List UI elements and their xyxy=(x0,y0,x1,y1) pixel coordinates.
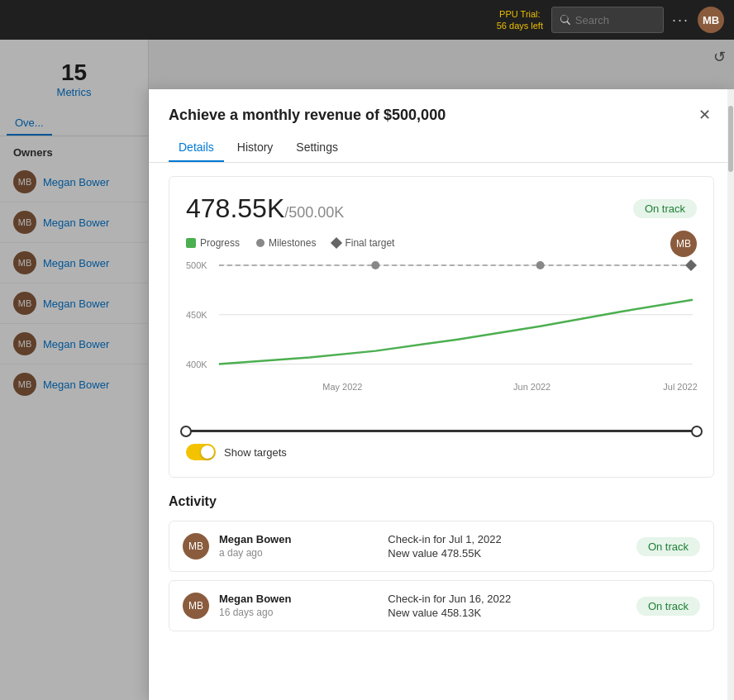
svg-text:Jun 2022: Jun 2022 xyxy=(513,382,550,392)
chart-legend: Progress Milestones Final target xyxy=(186,237,697,249)
activity-name-2: Megan Bowen xyxy=(219,593,378,605)
final-target-icon xyxy=(331,237,342,249)
legend-final-target: Final target xyxy=(332,237,394,249)
activity-details-2: Check-in for Jun 16, 2022 New value 458.… xyxy=(388,593,627,619)
activity-item-1: MB Megan Bowen a day ago Check-in for Ju… xyxy=(169,521,714,572)
topbar: PPU Trial: 56 days left ··· MB xyxy=(0,0,734,40)
activity-time-2: 16 days ago xyxy=(219,607,378,618)
activity-title: Activity xyxy=(169,494,714,509)
target-value: /500.00K xyxy=(284,204,344,221)
svg-point-8 xyxy=(536,261,545,269)
main-value: 478.55K/500.00K xyxy=(186,193,344,223)
activity-item-2: MB Megan Bowen 16 days ago Check-in for … xyxy=(169,580,714,631)
current-value: 478.55K xyxy=(186,193,284,223)
activity-name-1: Megan Bowen xyxy=(219,533,378,545)
show-targets-toggle[interactable] xyxy=(186,444,216,460)
modal-title: Achieve a monthly revenue of $500,000 xyxy=(169,107,446,124)
main-area: 15 Metrics Ove... Owners MB Megan Bower … xyxy=(0,40,734,700)
activity-details-1: Check-in for Jul 1, 2022 New value 478.5… xyxy=(388,533,627,560)
modal-header: Achieve a monthly revenue of $500,000 ✕ xyxy=(149,89,734,127)
activity-checkin-2: Check-in for Jun 16, 2022 xyxy=(388,593,627,605)
svg-text:May 2022: May 2022 xyxy=(322,382,362,392)
range-track xyxy=(186,430,697,432)
modal-body: 478.55K/500.00K On track MB Progress xyxy=(149,163,734,700)
range-thumb-left[interactable] xyxy=(180,426,192,437)
activity-checkin-1: Check-in for Jul 1, 2022 xyxy=(388,533,627,545)
activity-newvalue-2: New value 458.13K xyxy=(388,607,627,619)
activity-section: Activity MB Megan Bowen a day ago Check-… xyxy=(169,494,714,631)
chart-owner-avatar: MB xyxy=(670,231,697,257)
activity-avatar-2: MB xyxy=(183,593,209,619)
svg-text:Jul 2022: Jul 2022 xyxy=(663,382,697,392)
milestones-icon xyxy=(256,239,265,247)
activity-badge-1: On track xyxy=(636,537,700,556)
tab-details[interactable]: Details xyxy=(169,134,224,162)
chart-card: 478.55K/500.00K On track MB Progress xyxy=(169,176,714,478)
show-targets-label: Show targets xyxy=(224,446,287,459)
toggle-knob xyxy=(201,445,214,459)
legend-progress: Progress xyxy=(186,237,240,249)
svg-rect-9 xyxy=(685,260,697,271)
chart-svg: 500K 450K 400K xyxy=(186,259,697,423)
activity-info-2: Megan Bowen 16 days ago xyxy=(219,593,378,618)
scroll-indicator[interactable] xyxy=(727,89,734,700)
current-value-display: 478.55K/500.00K xyxy=(186,193,344,224)
modal-tabs: Details History Settings xyxy=(149,134,734,163)
ppu-trial-label: PPU Trial: xyxy=(497,8,543,20)
legend-milestones: Milestones xyxy=(256,237,316,249)
svg-text:400K: 400K xyxy=(186,360,207,369)
ppu-trial-days: 56 days left xyxy=(497,20,543,31)
on-track-badge-chart: On track xyxy=(633,199,697,218)
tab-settings[interactable]: Settings xyxy=(286,134,348,162)
tab-history[interactable]: History xyxy=(227,134,284,162)
value-display: 478.55K/500.00K On track xyxy=(186,193,697,224)
legend-final-target-label: Final target xyxy=(345,237,394,249)
svg-text:500K: 500K xyxy=(186,260,207,270)
chart-container: 500K 450K 400K xyxy=(186,259,697,432)
svg-point-7 xyxy=(371,261,379,269)
activity-info-1: Megan Bowen a day ago xyxy=(219,533,378,559)
ppu-trial-info: PPU Trial: 56 days left xyxy=(497,8,543,32)
range-slider[interactable] xyxy=(186,430,697,432)
activity-time-1: a day ago xyxy=(219,547,378,559)
legend-milestones-label: Milestones xyxy=(269,237,316,249)
activity-avatar-1: MB xyxy=(183,533,209,560)
close-button[interactable]: ✕ xyxy=(695,102,714,127)
search-box[interactable] xyxy=(551,7,664,33)
modal-panel: Achieve a monthly revenue of $500,000 ✕ … xyxy=(149,89,734,700)
progress-icon xyxy=(186,238,196,248)
activity-badge-2: On track xyxy=(636,597,700,616)
more-options-button[interactable]: ··· xyxy=(672,12,689,29)
svg-text:450K: 450K xyxy=(186,310,207,320)
user-avatar-top[interactable]: MB xyxy=(698,7,724,33)
range-thumb-right[interactable] xyxy=(691,426,703,437)
search-icon xyxy=(560,14,570,26)
legend-progress-label: Progress xyxy=(200,237,240,249)
show-targets-row: Show targets xyxy=(186,444,697,460)
search-input[interactable] xyxy=(575,14,655,26)
scroll-thumb[interactable] xyxy=(728,106,733,172)
activity-newvalue-1: New value 478.55K xyxy=(388,547,627,560)
